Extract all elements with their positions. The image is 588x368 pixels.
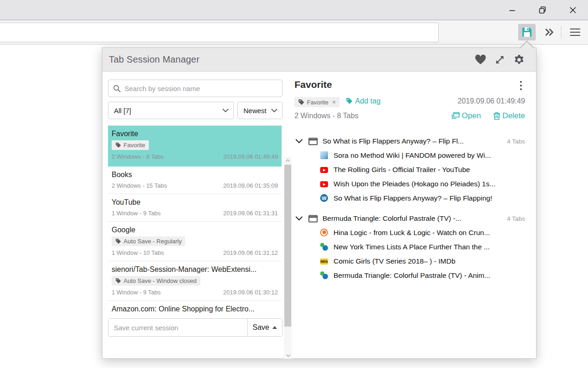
toolbar-separator <box>561 26 561 39</box>
imdb-favicon: IMDb <box>320 259 328 264</box>
window-group-2: Bermuda Triangle: Colorful Pastrale (TV)… <box>294 213 525 282</box>
session-name: Amazon.com: Online Shopping for Electro.… <box>112 305 278 313</box>
session-name: YouTube <box>112 198 278 207</box>
restore-icon <box>539 6 546 14</box>
save-session-group: Save <box>108 318 283 337</box>
address-input[interactable] <box>0 23 438 42</box>
collapse-chevron-icon[interactable] <box>295 216 303 221</box>
session-item-amazon[interactable]: Amazon.com: Online Shopping for Electro.… <box>108 301 282 318</box>
floppy-disk-icon <box>521 26 533 38</box>
close-button[interactable] <box>558 0 588 20</box>
popup-title: Tab Session Manager <box>109 54 199 65</box>
fandom-favicon <box>320 151 328 159</box>
window-tabs-count: 4 Tabs <box>507 215 525 222</box>
heart-icon <box>475 54 486 65</box>
tab-row[interactable]: W So What is Flip Flappers Anyway? – Fli… <box>294 191 525 205</box>
settings-button[interactable] <box>512 53 526 67</box>
window-tabs-count: 4 Tabs <box>507 138 525 145</box>
restore-button[interactable] <box>527 0 558 20</box>
session-item-books[interactable]: Books 2 Windows - 15 Tabs 2019.09.06 01:… <box>108 167 282 194</box>
tab-title: So What is Flip Flappers Anyway? – Flip … <box>334 194 492 202</box>
open-in-tab-button[interactable] <box>493 53 507 67</box>
session-name: sienori/Tab-Session-Manager: WebExtensi.… <box>112 265 278 274</box>
toolbar-overflow-button[interactable] <box>541 24 558 40</box>
session-item-favorite[interactable]: Favorite Favorite 2 Windows - 8 Tabs 201… <box>108 126 282 167</box>
window-controls <box>497 0 588 20</box>
tab-row[interactable]: Bermuda Triangle: Colorful Pastrale (TV)… <box>294 268 525 282</box>
gear-icon <box>513 54 525 66</box>
tag-icon <box>115 238 121 244</box>
sort-order-select[interactable]: Newest <box>237 102 283 119</box>
close-icon <box>570 7 576 13</box>
session-menu-button[interactable] <box>517 79 525 91</box>
save-options-toggle-icon[interactable] <box>272 326 277 329</box>
session-detail-panel: Favorite Favorite × Add tag 2019.09.06 0… <box>292 72 536 359</box>
tab-title: The Rolling Girls - Official Trailer - Y… <box>334 166 470 174</box>
tab-session-manager-popup: Tab Session Manager <box>102 47 537 359</box>
minimize-icon <box>509 7 515 13</box>
tag-icon <box>298 99 305 105</box>
popup-header: Tab Session Manager <box>102 48 536 72</box>
session-name: Google <box>112 226 278 234</box>
tab-title: Sora no Method Wiki | FANDOM powered by … <box>334 151 491 160</box>
minimize-button[interactable] <box>497 0 527 20</box>
session-date: 2019.09.06 01:31:31 <box>223 210 278 217</box>
session-date: 2019.09.06 01:49:49 <box>223 153 278 160</box>
session-meta: 1 Window - 10 Tabs <box>112 249 164 256</box>
anime-news-network-favicon <box>320 243 328 251</box>
session-date: 2019.09.06 01:30:12 <box>223 289 278 296</box>
scroll-up-arrow[interactable] <box>284 157 292 165</box>
category-filter-select[interactable]: All [7] <box>108 102 234 119</box>
detail-session-date: 2019.09.06 01:49:49 <box>380 97 525 105</box>
scrollbar-thumb[interactable] <box>284 165 291 327</box>
chevron-down-icon <box>222 109 229 113</box>
tab-row[interactable]: IMDb Comic Girls (TV Series 2018– ) - IM… <box>294 254 525 268</box>
tag-icon <box>346 98 353 104</box>
open-windows-icon <box>451 112 460 120</box>
tab-row[interactable]: New York Times Lists A Place Further Tha… <box>294 240 525 254</box>
scroll-down-arrow[interactable] <box>284 351 292 359</box>
remove-tag-button[interactable]: × <box>332 98 336 106</box>
tab-row[interactable]: The Rolling Girls - Official Trailer - Y… <box>294 162 525 177</box>
scrollbar-track[interactable] <box>284 165 292 351</box>
tag-icon <box>115 278 121 284</box>
window-row[interactable]: So What is Flip Flappers Anyway? – Flip … <box>294 135 525 148</box>
session-list-scrollbar[interactable] <box>284 157 292 359</box>
open-session-button[interactable]: Open <box>451 111 481 121</box>
save-button[interactable]: Save <box>247 319 282 336</box>
windows-tree: So What is Flip Flappers Anyway? – Flip … <box>294 135 525 282</box>
tab-title: Hina Logic - from Luck & Logic - Watch o… <box>334 229 490 237</box>
window-title: Bermuda Triangle: Colorful Pastrale (TV)… <box>322 214 502 223</box>
browser-menu-button[interactable] <box>566 24 584 40</box>
search-input[interactable] <box>124 85 277 92</box>
favorites-filter-button[interactable] <box>474 53 487 67</box>
session-tag-chip: Auto Save - Regularly <box>112 236 185 246</box>
detail-tag-chip: Favorite × <box>294 97 339 107</box>
session-item-google[interactable]: Google Auto Save - Regularly 1 Window - … <box>108 222 282 261</box>
session-search[interactable] <box>108 80 283 97</box>
session-item-sienori[interactable]: sienori/Tab-Session-Manager: WebExtensi.… <box>108 261 282 301</box>
window-row[interactable]: Bermuda Triangle: Colorful Pastrale (TV)… <box>294 213 525 225</box>
tab-title: Wish Upon the Pleiades (Hokago no Pleiad… <box>334 180 495 188</box>
tab-session-manager-extension-button[interactable] <box>518 24 536 40</box>
chevron-down-icon <box>271 109 277 113</box>
tab-row[interactable]: Sora no Method Wiki | FANDOM powered by … <box>294 148 525 162</box>
search-icon <box>113 85 121 92</box>
address-bar[interactable] <box>0 23 439 42</box>
session-date: 2019.09.06 01:31:12 <box>223 249 278 256</box>
session-meta: 2 Windows - 15 Tabs <box>112 182 167 189</box>
anime-news-network-favicon <box>320 271 328 279</box>
session-item-youtube[interactable]: YouTube 1 Window - 9 Tabs 2019.09.06 01:… <box>108 194 282 222</box>
window-icon <box>308 215 318 223</box>
session-meta: 1 Window - 9 Tabs <box>112 210 161 217</box>
tab-title: Comic Girls (TV Series 2018– ) - IMDb <box>334 257 455 265</box>
tab-row[interactable]: Wish Upon the Pleiades (Hokago no Pleiad… <box>294 177 525 191</box>
session-date: 2019.09.06 01:35:09 <box>223 182 278 189</box>
delete-session-button[interactable]: Delete <box>493 111 525 121</box>
save-session-name-input[interactable] <box>108 319 247 336</box>
collapse-chevron-icon[interactable] <box>295 139 303 144</box>
session-meta: 2 Windows - 8 Tabs <box>112 153 164 160</box>
session-list: Favorite Favorite 2 Windows - 8 Tabs 201… <box>108 126 282 327</box>
tab-row[interactable]: Hina Logic - from Luck & Logic - Watch o… <box>294 225 525 240</box>
add-tag-button[interactable]: Add tag <box>346 97 380 105</box>
